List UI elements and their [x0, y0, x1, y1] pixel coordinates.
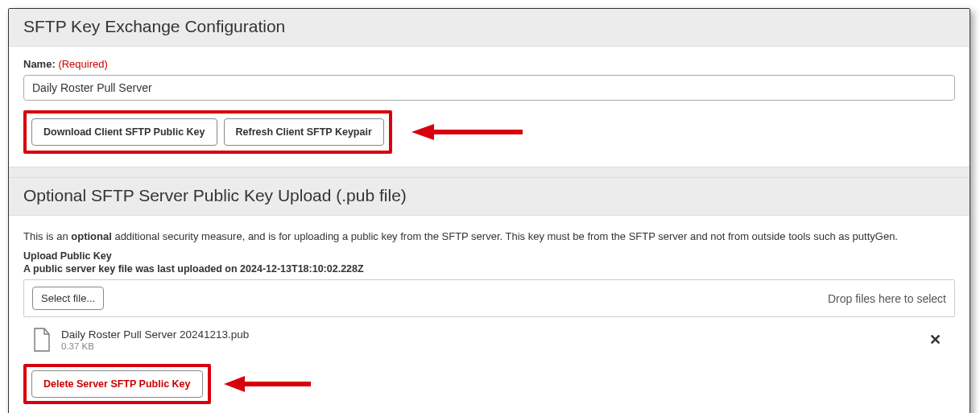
svg-marker-1 [411, 124, 434, 140]
uploaded-file-size: 0.37 KB [61, 341, 924, 351]
uploaded-file-name: Daily Roster Pull Server 20241213.pub [61, 328, 924, 341]
upload-status-line: A public server key file was last upload… [23, 263, 955, 275]
client-key-actions: Download Client SFTP Public Key Refresh … [23, 110, 955, 154]
name-label-row: Name: (Required) [23, 58, 955, 70]
annotation-arrow-1 [410, 110, 523, 154]
annotation-highlight-1: Download Client SFTP Public Key Refresh … [23, 110, 392, 154]
desc-pre: This is an [23, 230, 71, 242]
remove-file-icon[interactable]: ✕ [924, 331, 946, 349]
uploaded-file-row: Daily Roster Pull Server 20241213.pub 0.… [23, 320, 955, 356]
desc-post: additional security measure, and is for … [112, 230, 898, 242]
config-card: SFTP Key Exchange Configuration Name: (R… [8, 8, 970, 413]
section2-body: This is an optional additional security … [9, 216, 970, 413]
select-file-button[interactable]: Select file... [32, 287, 104, 310]
refresh-client-keypair-button[interactable]: Refresh Client SFTP Keypair [224, 118, 384, 146]
optional-description: This is an optional additional security … [23, 230, 955, 242]
annotation-highlight-2: Delete Server SFTP Public Key [23, 364, 211, 404]
file-icon [32, 328, 52, 352]
name-input[interactable] [23, 75, 955, 101]
file-meta: Daily Roster Pull Server 20241213.pub 0.… [61, 328, 924, 351]
section1-title: SFTP Key Exchange Configuration [9, 9, 970, 47]
name-label: Name: [23, 58, 56, 70]
file-drop-zone[interactable]: Select file... Drop files here to select [23, 279, 955, 317]
annotation-arrow-2 [222, 374, 311, 394]
required-indicator: (Required) [58, 58, 107, 70]
drop-hint: Drop files here to select [828, 292, 946, 305]
delete-server-key-button[interactable]: Delete Server SFTP Public Key [31, 370, 203, 398]
desc-bold: optional [71, 230, 112, 242]
delete-key-row: Delete Server SFTP Public Key [23, 364, 955, 404]
section1-body: Name: (Required) Download Client SFTP Pu… [9, 47, 970, 167]
upload-public-key-label: Upload Public Key [23, 250, 955, 262]
svg-marker-3 [224, 376, 245, 392]
section2-title: Optional SFTP Server Public Key Upload (… [9, 178, 970, 216]
download-client-key-button[interactable]: Download Client SFTP Public Key [31, 118, 217, 146]
section-divider [9, 167, 970, 178]
